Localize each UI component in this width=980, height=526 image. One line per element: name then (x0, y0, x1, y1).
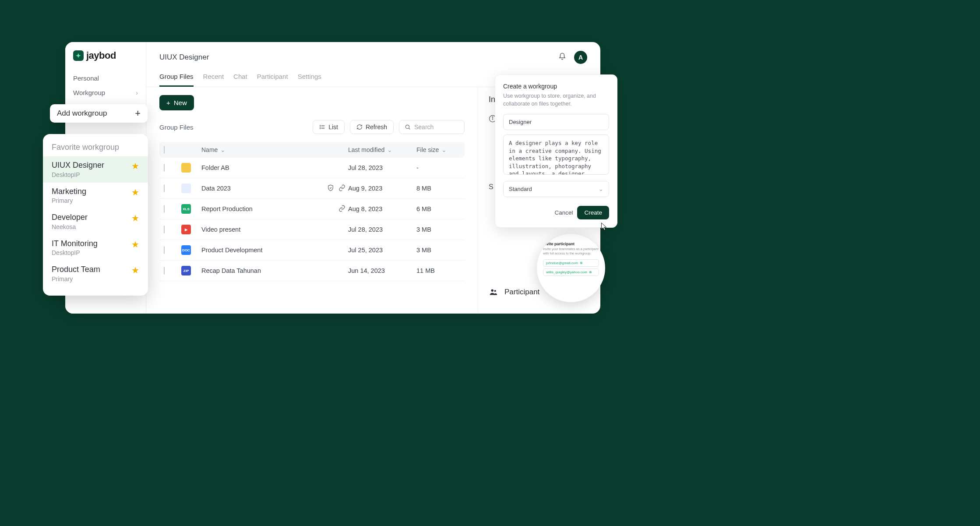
row-checkbox[interactable] (164, 164, 165, 172)
table-row[interactable]: DOCProduct DevelopmentJul 25, 20233 MB (159, 240, 465, 261)
file-name: Product Development (201, 247, 317, 254)
file-table: Name ⌄ Last modified ⌄ File size ⌄ Folde… (159, 142, 465, 281)
tab-settings[interactable]: Settings (298, 68, 321, 87)
favorite-workgroup-item[interactable]: UIUX DesignerDesktopIP★ (43, 156, 148, 183)
favorite-name: UIUX Designer (52, 161, 104, 170)
tab-recent[interactable]: Recent (203, 68, 224, 87)
svg-point-3 (320, 125, 321, 126)
table-row[interactable]: ZIPRecap Data TahunanJun 14, 202311 MB (159, 261, 465, 281)
workgroup-type-select[interactable]: Standard ⌄ (503, 181, 609, 197)
col-last-modified[interactable]: Last modified ⌄ (348, 146, 414, 153)
star-icon[interactable]: ★ (131, 187, 139, 198)
file-type-icon: DOC (181, 245, 191, 255)
file-name: Report Production (201, 205, 317, 212)
favorite-subtitle: Primary (52, 197, 86, 204)
file-type-icon (181, 163, 191, 173)
file-pane: + New Group Files List (146, 87, 478, 314)
star-icon[interactable]: ★ (131, 265, 139, 275)
invite-email-chip[interactable]: willis_quigley@yahoo.com ⊗ (543, 268, 599, 276)
brand-name: jaybod (86, 50, 116, 61)
sidebar-item-label: Personal (73, 74, 99, 82)
table-row[interactable]: ▶Video presentJul 28, 20233 MB (159, 219, 465, 240)
col-name[interactable]: Name ⌄ (201, 146, 317, 153)
avatar-initial: A (578, 54, 583, 61)
section-label: Group Files (159, 124, 194, 131)
link-icon (338, 184, 345, 193)
file-size: 11 MB (416, 267, 460, 274)
favorite-subtitle: DesktopIP (52, 171, 104, 178)
list-icon (319, 124, 325, 130)
svg-point-6 (405, 125, 409, 128)
file-name: Folder AB (201, 164, 317, 171)
cancel-button[interactable]: Cancel (554, 206, 573, 219)
invite-email-chip[interactable]: johndoe@gmail.com ⊗ (543, 259, 599, 267)
svg-line-7 (409, 128, 410, 130)
logo-mark-icon: ✦ (73, 50, 84, 61)
file-date: Jun 14, 2023 (348, 267, 414, 274)
file-date: Jul 28, 2023 (348, 164, 414, 171)
row-checkbox[interactable] (164, 205, 165, 213)
file-size: 3 MB (416, 247, 460, 254)
brand-logo: ✦ jaybod (65, 50, 146, 71)
star-icon[interactable]: ★ (131, 161, 139, 171)
favorite-workgroup-item[interactable]: MarketingPrimary★ (43, 183, 148, 209)
refresh-icon (356, 124, 363, 130)
shield-icon (327, 184, 334, 193)
participant-section[interactable]: Participant (489, 287, 539, 297)
row-checkbox[interactable] (164, 267, 165, 275)
favorite-subtitle: DesktopIP (52, 249, 98, 256)
create-button[interactable]: Create (577, 206, 609, 219)
workgroup-name-input[interactable] (503, 114, 609, 130)
new-button[interactable]: + New (159, 95, 194, 110)
plus-icon: + (166, 99, 170, 106)
row-checkbox[interactable] (164, 226, 165, 233)
file-size: - (416, 164, 460, 171)
file-type-icon: ZIP (181, 266, 191, 275)
favorite-name: IT Monitoring (52, 239, 98, 249)
tab-group-files[interactable]: Group Files (159, 68, 194, 87)
new-button-label: New (174, 99, 187, 106)
chevron-right-icon: › (136, 89, 138, 96)
add-workgroup-button[interactable]: Add workgroup + (50, 104, 148, 123)
invite-title: Invite participant (543, 242, 599, 246)
favorite-subtitle: Primary (52, 275, 100, 282)
sidebar-item-label: Workgroup (73, 89, 105, 96)
workgroup-description-input[interactable] (503, 134, 609, 175)
notification-bell-icon[interactable] (558, 53, 566, 62)
star-icon[interactable]: ★ (131, 213, 139, 223)
table-row[interactable]: Folder ABJul 28, 2023- (159, 158, 465, 178)
favorite-workgroup-item[interactable]: IT MonitoringDesktopIP★ (43, 235, 148, 261)
search-input[interactable] (414, 120, 459, 134)
row-checkbox[interactable] (164, 184, 165, 192)
table-row[interactable]: Data 2023Aug 9, 20238 MB (159, 178, 465, 199)
favorite-workgroup-item[interactable]: DeveloperNeekosa★ (43, 208, 148, 235)
search-field[interactable] (399, 120, 465, 134)
chevron-down-icon: ⌄ (441, 146, 447, 153)
tab-chat[interactable]: Chat (233, 68, 247, 87)
col-file-size[interactable]: File size ⌄ (416, 146, 460, 153)
select-all-checkbox[interactable] (164, 146, 165, 154)
row-checkbox[interactable] (164, 246, 165, 254)
chevron-down-icon: ⌄ (599, 186, 603, 192)
sidebar-item-personal[interactable]: Personal (65, 71, 146, 85)
sidebar-item-workgroup[interactable]: Workgroup › (65, 85, 146, 100)
remove-chip-icon[interactable]: ⊗ (580, 261, 583, 265)
file-date: Aug 8, 2023 (348, 205, 414, 212)
chevron-down-icon: ⌄ (220, 146, 226, 153)
remove-chip-icon[interactable]: ⊗ (589, 270, 592, 274)
favorite-workgroup-panel: Favorite workgroup UIUX DesignerDesktopI… (43, 134, 148, 296)
cursor-pointer-icon (599, 222, 608, 232)
tab-participant[interactable]: Participant (257, 68, 288, 87)
table-row[interactable]: XLSReport ProductionAug 8, 20236 MB (159, 199, 465, 219)
favorite-name: Developer (52, 213, 88, 222)
file-type-icon: ▶ (181, 225, 191, 234)
favorite-workgroup-item[interactable]: Product TeamPrimary★ (43, 261, 148, 287)
view-list-button[interactable]: List (313, 120, 345, 134)
user-avatar[interactable]: A (574, 51, 587, 64)
star-icon[interactable]: ★ (131, 239, 139, 250)
chevron-down-icon: ⌄ (387, 146, 392, 153)
svg-point-4 (320, 127, 321, 127)
table-header: Name ⌄ Last modified ⌄ File size ⌄ (159, 142, 465, 158)
refresh-button[interactable]: Refresh (350, 120, 394, 134)
favorite-name: Marketing (52, 187, 86, 197)
